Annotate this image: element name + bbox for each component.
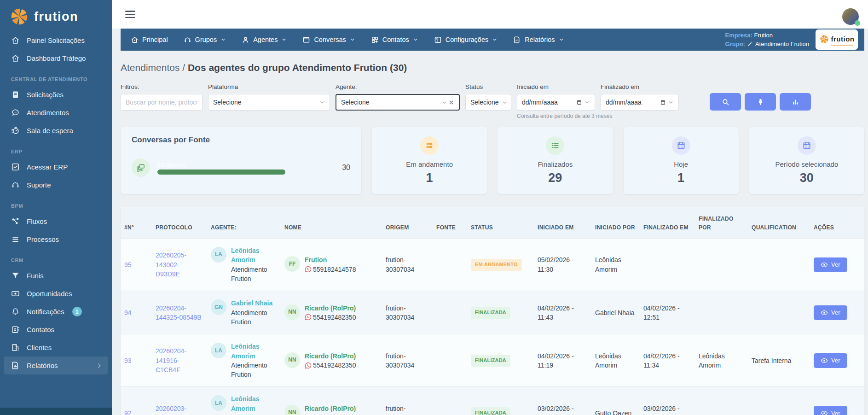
agent-name-link[interactable]: Leônidas Amorim	[231, 394, 277, 413]
calendar-icon	[672, 136, 690, 155]
sidebar-item-label: Notificações	[27, 308, 64, 316]
nav-item-relatorios[interactable]: Relatórios	[513, 36, 564, 44]
started-at-date-input[interactable]: dd/mm/aaaa	[517, 94, 595, 111]
contact-name-link[interactable]: Ricardo (RolPro)	[305, 404, 356, 413]
finished-by-cell	[695, 387, 748, 415]
clear-x-icon[interactable]	[448, 99, 454, 105]
contact-avatar: NN	[284, 352, 300, 368]
journal-icon	[11, 90, 20, 99]
nav-item-principal[interactable]: Principal	[131, 36, 168, 44]
sidebar-item-label: Funis	[27, 272, 44, 280]
panel-icon	[434, 36, 442, 44]
contact-name-link[interactable]: Ricardo (RolPro)	[305, 304, 356, 313]
hamburger-menu-button[interactable]	[125, 11, 135, 18]
nav-label: Conversas	[314, 36, 346, 43]
finished-at-value: dd/mm/aaaa	[606, 99, 642, 106]
started-at-label: Iniciado em	[517, 83, 595, 90]
sidebar-item-acessar-erp[interactable]: Acessar ERP	[0, 158, 112, 176]
sidebar-item-sala-de-espera[interactable]: Sala de espera	[0, 122, 112, 140]
clear-filters-button[interactable]	[745, 93, 776, 111]
report-icon	[513, 36, 521, 44]
agent-name-link[interactable]: Leônidas Amorim	[231, 246, 277, 265]
nav-item-agentes[interactable]: Agentes	[242, 36, 287, 44]
sidebar-item-atendimentos[interactable]: Atendimentos	[0, 104, 112, 122]
breadcrumb: Atendimentos / Dos agentes do grupo Aten…	[121, 62, 864, 73]
sidebar-item-painel-solicitacoes[interactable]: Painel Solicitações	[0, 31, 112, 49]
sidebar-item-funis[interactable]: Funis	[0, 267, 112, 285]
nav-item-conversas[interactable]: Conversas	[302, 36, 355, 44]
sidebar-item-oportunidades[interactable]: Oportunidades	[0, 285, 112, 303]
contact-avatar: FF	[284, 256, 300, 272]
source-name: Orgânico	[157, 161, 330, 169]
search-input[interactable]	[126, 99, 197, 106]
nav-item-grupos[interactable]: Grupos	[184, 36, 226, 44]
contact-name-link[interactable]: Frution	[305, 255, 356, 264]
bar-chart-icon	[792, 98, 799, 106]
protocol-link[interactable]: 20260203-173045-198F66	[156, 405, 201, 415]
stat-card-finalizados: Finalizados 29	[498, 127, 613, 194]
sidebar-item-relatorios[interactable]: Relatórios	[4, 357, 108, 374]
status-select[interactable]: Selecione	[465, 94, 511, 111]
chevron-down-icon	[319, 99, 325, 105]
contact-name-link[interactable]: Ricardo (RolPro)	[305, 351, 356, 361]
sidebar-item-fluxos[interactable]: Fluxos	[0, 212, 112, 230]
finished-at-label: Finalizado em	[601, 83, 679, 90]
bell-icon	[11, 307, 20, 316]
finished-at-date-input[interactable]: dd/mm/aaaa	[601, 94, 679, 111]
protocol-link[interactable]: 20260205-143002-D93D9E	[156, 251, 186, 278]
sidebar-item-solicitacoes[interactable]: Solicitações	[0, 86, 112, 104]
chart-view-button[interactable]	[780, 93, 811, 111]
whatsapp-icon	[305, 362, 312, 369]
nav-item-contatos[interactable]: Contatos	[371, 36, 418, 44]
view-button[interactable]: Ver	[814, 305, 847, 320]
finished-by-cell: Leônidas Amorim	[695, 334, 748, 387]
table-row: 94 20260204-144325-08549B GN Gabriel Nha…	[121, 291, 864, 334]
stat-label: Em andamento	[406, 160, 453, 168]
chat-duo-icon	[132, 158, 150, 177]
agent-avatar: LA	[211, 247, 226, 263]
started-at-cell: 03/02/2026 - 14:30	[534, 387, 591, 415]
protocol-link[interactable]: 20260204-144325-08549B	[156, 304, 202, 321]
col-agente: AGENTE:	[207, 207, 281, 239]
sidebar-item-suporte[interactable]: Suporte	[0, 176, 112, 194]
row-number: 94	[121, 291, 152, 334]
view-button[interactable]: Ver	[814, 353, 847, 368]
whatsapp-icon	[305, 314, 312, 321]
top-navbar: Principal Grupos Agentes Conversas	[121, 29, 864, 51]
stat-value: 29	[548, 171, 562, 185]
agent-select[interactable]: Selecione	[336, 94, 460, 111]
whatsapp-icon	[305, 266, 312, 273]
chevron-down-icon	[281, 37, 287, 42]
sidebar-section-central: CENTRAL DE ATENDIMENTO	[11, 76, 112, 82]
chat-icon	[11, 108, 20, 117]
nav-item-configuracoes[interactable]: Configurações	[434, 36, 498, 44]
source-card-title: Conversas por Fonte	[132, 135, 350, 145]
sidebar-item-notificacoes[interactable]: Notificações 1	[0, 303, 112, 321]
protocol-link[interactable]: 20260204-141916-C1CB4F	[156, 347, 186, 374]
agent-name-link[interactable]: Gabriel Nhaia	[231, 298, 277, 308]
frution-flower-icon	[819, 34, 829, 44]
col-fonte: FONTE	[433, 207, 467, 239]
funnel-icon	[11, 271, 20, 280]
agent-avatar: LA	[211, 395, 226, 411]
user-avatar[interactable]	[842, 8, 859, 25]
fonte-cell	[433, 239, 467, 291]
company-group-info: Empresa: Frution Grupo:Atendimento Fruti…	[725, 31, 809, 48]
origin-cell: frution-30307034	[382, 239, 433, 291]
contact-card-icon	[11, 325, 20, 334]
edit-group-pencil-icon[interactable]	[747, 41, 753, 47]
sidebar-item-contatos[interactable]: Contatos	[0, 321, 112, 339]
sidebar-item-processos[interactable]: Processos	[0, 230, 112, 248]
sidebar-logo[interactable]: frution	[0, 0, 112, 31]
platform-select[interactable]: Selecione	[208, 94, 330, 111]
search-button[interactable]	[710, 93, 741, 111]
sidebar-item-dashboard-trafego[interactable]: Dashboard Tráfego	[0, 49, 112, 67]
agent-name-link[interactable]: Leônidas Amorim	[231, 342, 277, 361]
col-iniciado-em: INICIADO EM	[534, 207, 591, 239]
started-by-cell: Gabriel Nhaia	[591, 291, 640, 334]
view-button[interactable]: Ver	[814, 406, 847, 415]
view-button[interactable]: Ver	[814, 257, 847, 272]
conversations-by-source-card: Conversas por Fonte Orgânico 30	[121, 127, 361, 194]
finished-at-cell: 04/02/2026 - 11:34	[640, 334, 695, 387]
sidebar-item-clientes[interactable]: Clientes	[0, 339, 112, 357]
